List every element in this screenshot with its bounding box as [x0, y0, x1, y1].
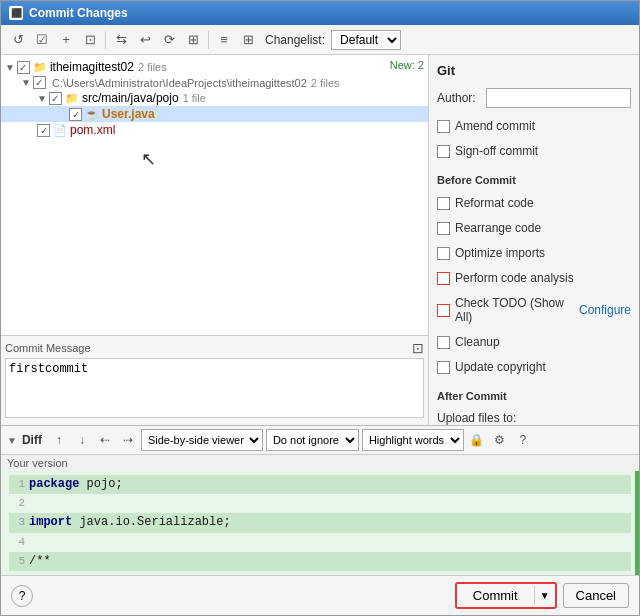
diff-lock-btn[interactable]: 🔒	[467, 430, 487, 450]
arrow-root: ▼	[5, 62, 15, 73]
sep2	[208, 31, 209, 49]
tree-empty-area: ↖	[1, 138, 428, 178]
diff-up-btn[interactable]: ↑	[49, 430, 69, 450]
path-label: C:\Users\Administrator\IdeaProjects\ithe…	[52, 77, 307, 89]
analysis-row: Perform code analysis	[437, 270, 631, 286]
diff-ignore-select[interactable]: Do not ignore	[266, 429, 359, 451]
path-count: 2 files	[311, 77, 340, 89]
copyright-row: Update copyright	[437, 359, 631, 375]
tree-item-userjava[interactable]: ☕ User.java	[1, 106, 428, 122]
commit-message-section: Commit Message ⊡ firstcommit	[1, 335, 428, 425]
new-badge: New: 2	[390, 59, 424, 71]
group-btn[interactable]: ⊞	[237, 29, 259, 51]
diff-highlight-select[interactable]: Highlight words	[362, 429, 464, 451]
diff-line-2: 2	[9, 494, 631, 513]
author-input[interactable]	[486, 88, 631, 108]
before-commit-title: Before Commit	[437, 174, 631, 186]
todo-row: Check TODO (Show All) Configure	[437, 295, 631, 325]
rearrange-label: Rearrange code	[455, 221, 541, 235]
signoff-row: Sign-off commit	[437, 143, 631, 159]
changelist-select[interactable]: Default	[331, 30, 401, 50]
signoff-checkbox[interactable]	[437, 145, 450, 158]
commit-message-label-row: Commit Message ⊡	[5, 340, 424, 356]
tree-item-path[interactable]: ▼ C:\Users\Administrator\IdeaProjects\it…	[1, 75, 428, 90]
tree-item-root[interactable]: ▼ 📁 itheimagittest02 2 files	[1, 59, 428, 75]
todo-label: Check TODO (Show All)	[455, 296, 572, 324]
optimize-label: Optimize imports	[455, 246, 545, 260]
checkbox-userjava[interactable]	[69, 108, 82, 121]
diff-your-version: Your version	[1, 455, 639, 471]
amend-checkbox[interactable]	[437, 120, 450, 133]
after-commit-title: After Commit	[437, 390, 631, 402]
cursor-icon: ↖	[141, 148, 156, 170]
expand-btn[interactable]: ⊞	[182, 29, 204, 51]
window-icon: ⬛	[9, 6, 23, 20]
main-content: ▼ 📁 itheimagittest02 2 files ▼ C:\Users\…	[1, 55, 639, 425]
commit-button[interactable]: Commit	[457, 584, 534, 607]
xml-icon: 📄	[53, 124, 67, 137]
configure-link[interactable]: Configure	[579, 303, 631, 317]
todo-checkbox[interactable]	[437, 304, 450, 317]
cancel-button[interactable]: Cancel	[563, 583, 629, 608]
arrow-src: ▼	[37, 93, 47, 104]
checkbox-path[interactable]	[33, 76, 46, 89]
arrow-path: ▼	[21, 77, 31, 88]
checkbox-root[interactable]	[17, 61, 30, 74]
cleanup-label: Cleanup	[455, 335, 500, 349]
commit-message-input[interactable]: firstcommit	[5, 358, 424, 418]
commit-dropdown-btn[interactable]: ▼	[534, 586, 555, 605]
signoff-label: Sign-off commit	[455, 144, 538, 158]
diff-arrow: ▼	[7, 435, 17, 446]
diff-title: Diff	[22, 433, 42, 447]
line-num-3: 3	[9, 514, 25, 532]
title-bar: ⬛ Commit Changes	[1, 1, 639, 25]
diff-next-btn[interactable]: ⇢	[118, 430, 138, 450]
diff-down-btn[interactable]: ↓	[72, 430, 92, 450]
root-label: itheimagittest02	[50, 60, 134, 74]
commit-message-icon[interactable]: ⊡	[412, 340, 424, 356]
diff-line-5: 5 /**	[9, 552, 631, 571]
history-btn[interactable]: ⟳	[158, 29, 180, 51]
line-num-2: 2	[9, 495, 25, 513]
file-tree: ▼ 📁 itheimagittest02 2 files ▼ C:\Users\…	[1, 55, 428, 335]
diff-right-stripe	[635, 471, 639, 575]
sort-btn[interactable]: ≡	[213, 29, 235, 51]
analysis-label: Perform code analysis	[455, 271, 574, 285]
copyright-checkbox[interactable]	[437, 361, 450, 374]
add-btn[interactable]: +	[55, 29, 77, 51]
rearrange-row: Rearrange code	[437, 220, 631, 236]
line-num-4: 4	[9, 534, 25, 552]
diff-btn[interactable]: ⇆	[110, 29, 132, 51]
diff-settings-btn[interactable]: ⚙	[490, 430, 510, 450]
help-button[interactable]: ?	[11, 585, 33, 607]
rearrange-checkbox[interactable]	[437, 222, 450, 235]
line-content-2	[29, 494, 36, 513]
line-content-3: import java.io.Serializable;	[29, 513, 231, 532]
main-toolbar: ↺ ☑ + ⊡ ⇆ ↩ ⟳ ⊞ ≡ ⊞ Changelist: Default	[1, 25, 639, 55]
checkbox-pomxml[interactable]	[37, 124, 50, 137]
cleanup-checkbox[interactable]	[437, 336, 450, 349]
sep1	[105, 31, 106, 49]
window-title: Commit Changes	[29, 6, 128, 20]
cleanup-row: Cleanup	[437, 334, 631, 350]
refresh-btn[interactable]: ↺	[7, 29, 29, 51]
line-num-5: 5	[9, 553, 25, 571]
check-all-btn[interactable]: ☑	[31, 29, 53, 51]
tree-item-src[interactable]: ▼ 📁 src/main/java/pojo 1 file	[1, 90, 428, 106]
checkbox-src[interactable]	[49, 92, 62, 105]
right-panel: Git Author: Amend commit Sign-off commit…	[429, 55, 639, 425]
optimize-checkbox[interactable]	[437, 247, 450, 260]
folder-icon: 📁	[65, 92, 79, 105]
diff-content: 1 package pojo; 2 3 import java.io.Seria…	[1, 471, 639, 575]
diff-prev-btn[interactable]: ⇠	[95, 430, 115, 450]
move-btn[interactable]: ↩	[134, 29, 156, 51]
analysis-checkbox[interactable]	[437, 272, 450, 285]
tree-item-pomxml[interactable]: 📄 pom.xml	[1, 122, 428, 138]
commit-changes-window: ⬛ Commit Changes ↺ ☑ + ⊡ ⇆ ↩ ⟳ ⊞ ≡ ⊞ Cha…	[0, 0, 640, 616]
diff-viewer-select[interactable]: Side-by-side viewer	[141, 429, 263, 451]
diff-help-btn[interactable]: ?	[513, 430, 533, 450]
commit-message-label: Commit Message	[5, 342, 91, 354]
author-label: Author:	[437, 91, 482, 105]
delete-btn[interactable]: ⊡	[79, 29, 101, 51]
reformat-checkbox[interactable]	[437, 197, 450, 210]
